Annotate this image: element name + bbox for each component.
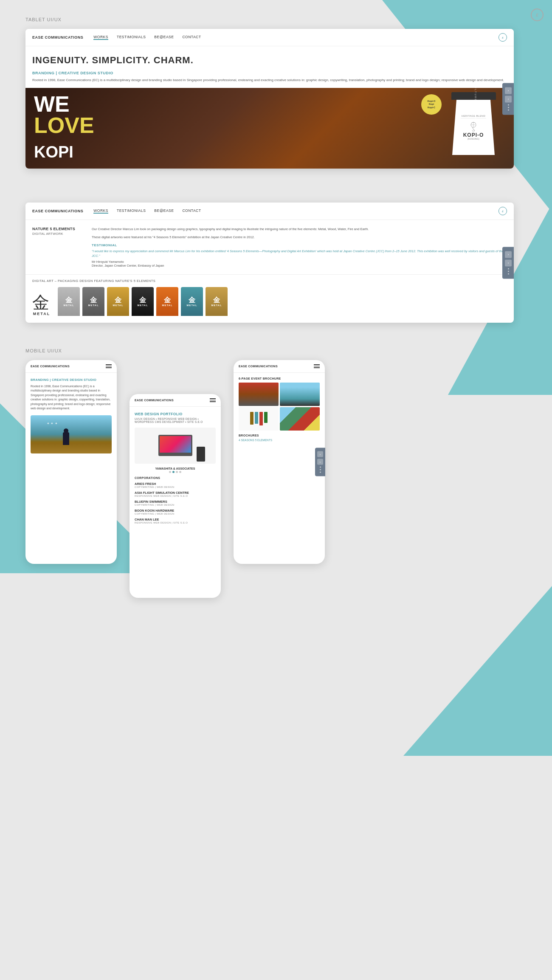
scroll-dot-1 bbox=[508, 104, 509, 105]
tablet-frame-2: EASE COMMUNICATIONS WORKS TESTIMONIALS B… bbox=[25, 203, 514, 323]
nature-desc2: These digital artworks were featured at … bbox=[92, 235, 507, 239]
m3-scroll-prev[interactable]: ‹ bbox=[317, 459, 323, 465]
scroll-dot-2 bbox=[508, 107, 509, 108]
nav-link-contact[interactable]: CONTACT bbox=[182, 35, 201, 40]
m3-ham-3 bbox=[314, 367, 320, 368]
can-text-6: METAL bbox=[186, 304, 197, 307]
mobile2-title: WEB DESIGN PORTFOLIO bbox=[135, 412, 216, 416]
can-char-7: 金 bbox=[213, 297, 220, 304]
t2-dot-3 bbox=[508, 273, 509, 274]
corp-boon-type: COPYWRITING | WEB DESIGN bbox=[135, 513, 216, 515]
mobile3-wrapper: EASE COMMUNICATIONS 6-PAGE EVENT BROCHUR… bbox=[234, 360, 325, 564]
bottle-1 bbox=[250, 412, 253, 425]
nature-sub: DIGITAL ARTWORK bbox=[32, 232, 92, 236]
t2-scroll-next[interactable]: › bbox=[505, 251, 512, 258]
can-3: 金 METAL bbox=[107, 287, 129, 316]
can-4: 金 METAL bbox=[132, 287, 154, 316]
m2-ham-line-1 bbox=[210, 398, 216, 399]
cup-body: HERITAGE BLEND KOPI-O (KOSONG) bbox=[452, 100, 495, 155]
tablet-section-label: TABLET UI/UX bbox=[25, 17, 527, 22]
mobile3-hamburger[interactable] bbox=[314, 364, 320, 368]
nature-right: Our Creative Director Marcus Lim took on… bbox=[92, 227, 507, 268]
mobile1-brand: EASE COMMUNICATIONS bbox=[31, 365, 70, 368]
metal-char: 金 bbox=[32, 294, 49, 311]
mobile2-subtitle: UI/UX DESIGN • RESPONSIVE WEB DESIGN • W… bbox=[135, 417, 216, 423]
tablet2-nav: EASE COMMUNICATIONS WORKS TESTIMONIALS B… bbox=[25, 203, 514, 220]
can-char-2: 金 bbox=[90, 297, 97, 304]
testimonial-author: Mr Hiroyuki Yamamoto Director, Japan Cre… bbox=[92, 260, 507, 268]
can-char-4: 金 bbox=[139, 297, 146, 304]
svg-point-4 bbox=[472, 130, 475, 132]
person-head bbox=[64, 428, 68, 433]
mobile2-content: WEB DESIGN PORTFOLIO UI/UX DESIGN • RESP… bbox=[130, 407, 221, 532]
brochure-img-collage bbox=[280, 407, 320, 431]
nav-link-testimonials[interactable]: TESTIMONIALS bbox=[117, 35, 146, 40]
kopi-badge: Kopi-OKopiKopi-C bbox=[421, 94, 442, 115]
corp-boon-name: BOON KOON HARDWARE bbox=[135, 509, 216, 513]
person-body bbox=[63, 432, 69, 445]
cup-lid bbox=[451, 92, 496, 100]
nature-content: NATURE 5 ELEMENTS DIGITAL ARTWORK Our Cr… bbox=[25, 220, 514, 275]
coffee-cup: HERITAGE BLEND KOPI-O (KOSONG) bbox=[442, 92, 505, 166]
mobile-frame-1: EASE COMMUNICATIONS BRANDING | CREATIVE … bbox=[25, 360, 117, 564]
can-text-7: METAL bbox=[211, 304, 222, 307]
m3-scroll-next[interactable]: › bbox=[317, 451, 323, 457]
bottle-4 bbox=[264, 412, 268, 423]
corp-chan-type: RESPONSIVE WEB DESIGN | SITE S.E.O bbox=[135, 521, 216, 524]
mock-device bbox=[135, 428, 216, 464]
tablet1-hero: WE LOVE KOPI Kopi-OKopiKopi-C HERITAGE B… bbox=[25, 88, 514, 169]
hero-text-we: WE bbox=[34, 94, 70, 114]
m3-dot-1 bbox=[320, 467, 321, 468]
cup-illustration bbox=[467, 120, 480, 132]
can-text-1: METAL bbox=[63, 304, 74, 307]
can-5: 金 METAL bbox=[156, 287, 178, 316]
tablet2-nav-works[interactable]: WORKS bbox=[93, 208, 108, 214]
ground bbox=[31, 443, 112, 453]
nature-left: NATURE 5 ELEMENTS DIGITAL ARTWORK bbox=[32, 227, 92, 268]
author-role: Director, Japan Creative Center, Embassy… bbox=[92, 264, 507, 268]
mobile1-hamburger[interactable] bbox=[106, 364, 112, 368]
scroll-dot-3 bbox=[508, 109, 509, 110]
scroll-next-btn[interactable]: › bbox=[505, 87, 512, 94]
nav-link-beease[interactable]: BE@EASE bbox=[154, 35, 174, 40]
tablet1-headline: INGENUITY. SIMPLICITY. CHARM. bbox=[32, 55, 507, 66]
tablet1-subtitle: BRANDING | CREATIVE DESIGN STUDIO bbox=[32, 71, 507, 75]
mock-phone bbox=[197, 447, 205, 462]
mobile1-body: Rooted in 1998, Ease Communications (EC)… bbox=[31, 384, 112, 411]
corp-aries: ARIES FRESH COPYWRITING | WEB DESIGN bbox=[135, 482, 216, 488]
birds: ✦ ✦ ✦ bbox=[47, 422, 57, 425]
mobile2-hamburger[interactable] bbox=[210, 398, 216, 402]
tablet2-logo: ε bbox=[498, 207, 507, 215]
can-1: 金 METAL bbox=[58, 287, 80, 316]
corp-aries-type: COPYWRITING | WEB DESIGN bbox=[135, 486, 216, 488]
t2-scroll-prev[interactable]: ‹ bbox=[505, 259, 512, 266]
elements-section: DIGITAL ART – PACKAGING DESIGN FEATURING… bbox=[25, 275, 514, 323]
scroll-prev-btn[interactable]: ‹ bbox=[505, 96, 512, 102]
dot-4 bbox=[179, 471, 181, 473]
t2-scroll-dots bbox=[505, 268, 512, 274]
corp-aries-name: ARIES FRESH bbox=[135, 482, 216, 486]
dot-3 bbox=[176, 471, 178, 473]
m3-ham-1 bbox=[314, 364, 320, 365]
dot-2 bbox=[172, 471, 175, 473]
nature-desc1: Our Creative Director Marcus Lim took on… bbox=[92, 227, 507, 231]
corp-blue-type: COPYWRITING | WEB DESIGN bbox=[135, 504, 216, 506]
metal-label: METAL bbox=[33, 312, 50, 316]
bottle-3 bbox=[259, 412, 263, 425]
tablet2-nav-beease[interactable]: BE@EASE bbox=[154, 208, 174, 214]
mobile-section-label: MOBILE UI/UX bbox=[25, 348, 527, 353]
nature-title: NATURE 5 ELEMENTS bbox=[32, 227, 92, 231]
can-char-5: 金 bbox=[164, 297, 171, 304]
nav-link-works[interactable]: WORKS bbox=[93, 35, 108, 40]
spacer-1 bbox=[25, 181, 527, 203]
tablet2-nav-testimonials[interactable]: TESTIMONIALS bbox=[117, 208, 146, 214]
hero-text-kopi: KOPI bbox=[34, 143, 73, 161]
tablet2-nav-contact[interactable]: CONTACT bbox=[182, 208, 201, 214]
tablet1-body: Rooted in 1998, Ease Communications (EC)… bbox=[32, 78, 507, 83]
mock-screen bbox=[160, 436, 191, 453]
mock-laptop bbox=[158, 435, 192, 456]
client-name: YAMASHITA & ASSOCIATES bbox=[135, 467, 216, 470]
tablet2-brand: EASE COMMUNICATIONS bbox=[32, 209, 83, 213]
brochure-section: 6-PAGE EVENT BROCHURE bbox=[234, 373, 325, 446]
can-7: 金 METAL bbox=[206, 287, 228, 316]
